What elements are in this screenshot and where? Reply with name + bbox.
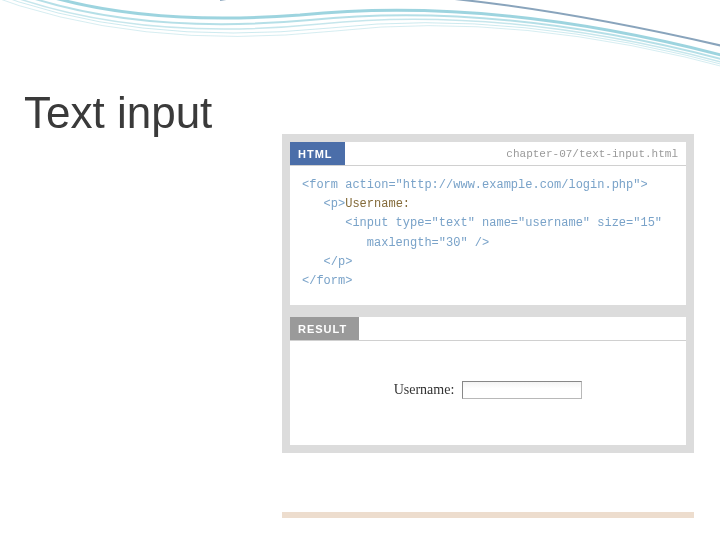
bottom-accent (282, 512, 694, 518)
username-input[interactable] (462, 381, 582, 399)
code-text: Username: (345, 197, 410, 211)
panel-gap (290, 305, 686, 317)
result-header: RESULT (290, 317, 686, 341)
code-line: maxlength="30" /> (302, 236, 489, 250)
code-line: </form> (302, 274, 352, 288)
result-panel: RESULT Username: (290, 317, 686, 445)
username-label: Username: (394, 382, 455, 398)
result-body: Username: (290, 341, 686, 445)
code-line: </p> (302, 255, 352, 269)
code-body: <form action="http://www.example.com/log… (290, 166, 686, 305)
code-filename: chapter-07/text-input.html (506, 148, 686, 160)
html-code-panel: HTML chapter-07/text-input.html <form ac… (290, 142, 686, 305)
code-header: HTML chapter-07/text-input.html (290, 142, 686, 166)
code-line: <p> (302, 197, 345, 211)
code-example-block: HTML chapter-07/text-input.html <form ac… (282, 134, 694, 453)
result-badge: RESULT (290, 317, 359, 340)
decorative-swoosh (0, 0, 720, 100)
code-line: <input type="text" name="username" size=… (302, 216, 662, 230)
slide-title: Text input (24, 88, 212, 138)
code-line: <form action="http://www.example.com/log… (302, 178, 648, 192)
html-badge: HTML (290, 142, 345, 165)
